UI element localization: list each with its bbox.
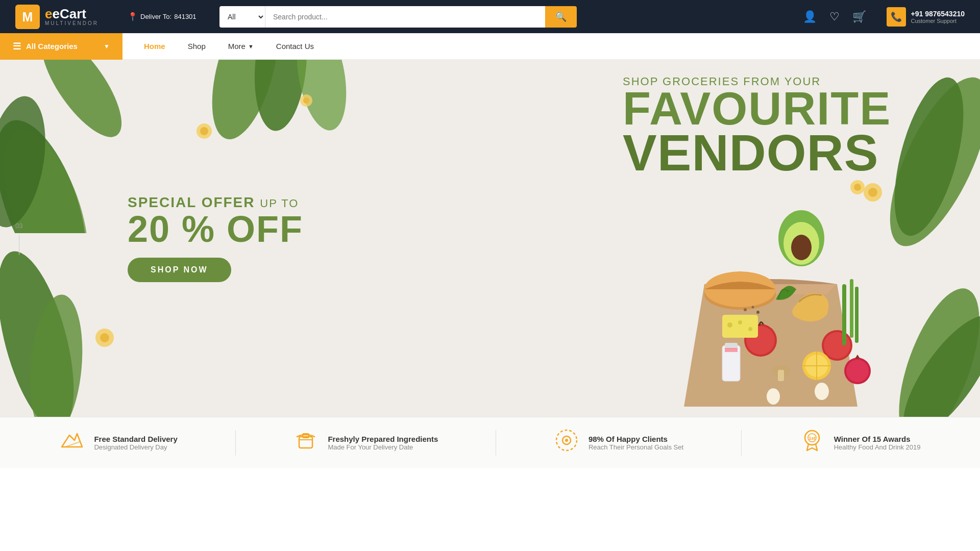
hamburger-icon: ☰ <box>13 41 21 52</box>
svg-rect-43 <box>722 315 758 338</box>
svg-point-55 <box>756 311 760 314</box>
clients-title: 98% Of Happy Clients <box>589 435 683 443</box>
footer-divider-1 <box>235 430 236 456</box>
logo-subtext: MULTIVENDOR <box>45 20 99 26</box>
svg-point-53 <box>744 308 747 311</box>
deliver-to: 📍 Deliver To: 841301 <box>128 12 209 21</box>
svg-point-44 <box>727 322 732 328</box>
delivery-title: Free Standard Delivery <box>94 435 177 443</box>
logo-icon: M <box>15 5 40 29</box>
more-chevron-icon: ▼ <box>248 43 254 49</box>
svg-rect-58 <box>725 348 738 352</box>
svg-point-50 <box>767 388 780 405</box>
ingredients-subtitle: Made For Your Delivery Date <box>328 443 438 451</box>
nav-more[interactable]: More ▼ <box>217 33 265 60</box>
svg-text:M: M <box>22 9 33 23</box>
logo-name: eeCart <box>45 7 99 20</box>
wishlist-icon[interactable]: ♡ <box>829 10 840 23</box>
pin-icon: 📍 <box>128 12 138 21</box>
ingredients-title: Freshyly Prepared Ingredients <box>328 435 438 443</box>
cart-icon[interactable]: 🛒 <box>852 10 866 23</box>
footer-bar: Free Standard Delivery Designated Delive… <box>0 417 980 468</box>
user-icon[interactable]: 👤 <box>803 10 817 23</box>
deliver-code: 841301 <box>174 13 196 20</box>
svg-point-29 <box>791 235 812 260</box>
search-button[interactable]: 🔍 <box>545 6 577 28</box>
nav-shop[interactable]: Shop <box>177 33 217 60</box>
delivery-subtitle: Designated Delivery Day <box>94 443 177 451</box>
tagline-large2: VENDORS <box>623 130 878 176</box>
discount-text: 20 % OFF <box>128 211 303 247</box>
svg-point-49 <box>815 383 829 400</box>
search-bar: All 🔍 <box>219 6 577 28</box>
svg-point-45 <box>738 320 742 324</box>
hero-vendor-right: SHOP GROCERIES FROM YOUR FAVOURITE VENDO… <box>623 75 878 176</box>
nav-home[interactable]: Home <box>133 33 177 60</box>
support-phone-icon: 📞 <box>887 7 906 27</box>
clients-subtitle: Reach Their Personal Goals Set <box>589 443 683 451</box>
svg-line-60 <box>65 442 80 447</box>
support-label: Customer Support <box>911 18 965 24</box>
clients-icon <box>554 428 579 458</box>
ingredients-icon <box>293 428 318 458</box>
footer-divider-2 <box>496 430 496 456</box>
svg-rect-42 <box>855 287 859 343</box>
footer-item-delivery: Free Standard Delivery Designated Delive… <box>59 428 177 458</box>
leaf-bottom-left <box>0 238 102 417</box>
header: M eeCart MULTIVENDOR 📍 Deliver To: 84130… <box>0 0 980 33</box>
navigation: ☰ All Categories ▼ Home Shop More ▼ Cont… <box>0 33 980 60</box>
chevron-down-icon: ▼ <box>104 43 110 50</box>
footer-item-clients: 98% Of Happy Clients Reach Their Persona… <box>554 428 683 458</box>
svg-point-10 <box>200 127 208 135</box>
categories-label: All Categories <box>26 42 78 51</box>
support-area: 📞 +91 9876543210 Customer Support <box>887 7 965 27</box>
shop-now-button[interactable]: SHOP NOW <box>128 258 231 282</box>
search-category-select[interactable]: All <box>219 6 265 28</box>
footer-item-award: 1st Winner Of 15 Awards Healthy Food And… <box>799 428 921 458</box>
support-phone-number: +91 9876543210 <box>911 10 965 18</box>
delivery-icon <box>59 428 85 458</box>
svg-text:1st: 1st <box>808 436 815 441</box>
leaf-top-center <box>102 60 408 172</box>
nav-more-label: More <box>228 42 246 51</box>
svg-point-35 <box>824 332 850 359</box>
svg-point-52 <box>846 360 869 382</box>
phone-icon: 📞 <box>891 11 902 22</box>
svg-point-12 <box>303 97 309 104</box>
svg-rect-41 <box>850 279 853 338</box>
award-icon: 1st <box>799 428 825 458</box>
header-icons: 👤 ♡ 🛒 <box>803 10 866 23</box>
flower-left-mid <box>92 325 117 350</box>
nav-links: Home Shop More ▼ Contact Us <box>122 33 325 60</box>
svg-point-65 <box>565 439 568 442</box>
nav-contact[interactable]: Contact Us <box>265 33 325 60</box>
svg-rect-48 <box>778 370 784 381</box>
footer-divider-3 <box>741 430 742 456</box>
svg-rect-61 <box>299 437 312 448</box>
svg-point-24 <box>100 333 109 342</box>
slide-number: 03 <box>15 222 22 255</box>
hero-offer-left: SPECIAL OFFER UP TO 20 % OFF SHOP NOW <box>128 194 303 282</box>
logo[interactable]: M eeCart MULTIVENDOR <box>15 5 117 29</box>
search-icon: 🔍 <box>555 12 567 22</box>
hero-banner: 03 SPECIAL OFFER UP TO 20 % OFF SHOP NOW… <box>0 60 980 417</box>
categories-button[interactable]: ☰ All Categories ▼ <box>0 33 122 60</box>
svg-point-46 <box>748 327 752 331</box>
svg-point-54 <box>752 306 754 309</box>
tagline-large1: FAVOURITE <box>623 88 878 130</box>
footer-item-ingredients: Freshyly Prepared Ingredients Made For Y… <box>293 428 438 458</box>
svg-rect-40 <box>842 284 846 345</box>
award-title: Winner Of 15 Awards <box>834 435 921 443</box>
award-subtitle: Healthy Food And Drink 2019 <box>834 443 921 451</box>
search-input[interactable] <box>265 6 545 28</box>
deliver-label: Deliver To: <box>140 13 172 20</box>
